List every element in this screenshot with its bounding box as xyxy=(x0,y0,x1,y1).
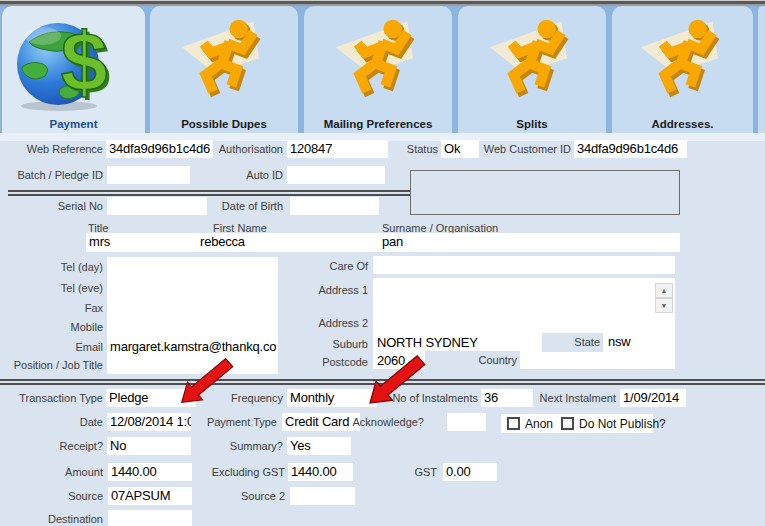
auto-id-field[interactable] xyxy=(287,166,385,184)
amount-field[interactable]: 1440.00 xyxy=(108,463,192,481)
excluding-gst-label: Excluding GST xyxy=(182,463,285,481)
batch-pledge-id-field[interactable] xyxy=(107,166,190,184)
source-field[interactable]: 07APSUM xyxy=(108,487,192,505)
serial-no-label: Serial No xyxy=(0,197,103,215)
section-divider xyxy=(8,190,410,196)
no-of-instalments-field[interactable]: 36 xyxy=(481,389,533,407)
status-label: Status xyxy=(381,140,438,158)
summary-label: Summary? xyxy=(180,437,283,455)
source2-label: Source 2 xyxy=(182,487,285,505)
red-arrow-frequency xyxy=(362,355,428,407)
state-field[interactable]: nsw xyxy=(608,333,668,351)
amount-label: Amount xyxy=(0,463,103,481)
web-reference-label: Web Reference xyxy=(0,140,103,158)
address1-label: Address 1 xyxy=(265,281,368,299)
destination-field[interactable] xyxy=(108,510,192,526)
do-not-publish-label: Do Not Publish? xyxy=(579,417,666,431)
first-name-field[interactable]: rebecca xyxy=(197,233,379,252)
next-instalment-label: Next Instalment xyxy=(538,389,616,407)
runner-icon xyxy=(178,14,270,110)
tab-splits-label: Splits xyxy=(458,118,606,130)
tab-addresses-label: Addresses. xyxy=(612,118,753,130)
destination-label: Destination xyxy=(0,510,103,526)
source-label: Source xyxy=(0,487,103,505)
tab-possible-dupes-label: Possible Dupes xyxy=(150,118,298,130)
tab-payment[interactable]: $ $ Payment xyxy=(2,6,145,133)
globe-dollar-icon: $ $ xyxy=(13,14,135,112)
web-customer-id-field[interactable]: 34dfa9d96b1c4d6 xyxy=(574,140,687,158)
transaction-type-label: Transaction Type xyxy=(0,389,103,407)
date-label: Date xyxy=(0,413,103,431)
acknowledge-label: Acknowledge? xyxy=(330,413,424,431)
publish-options-strip: Anon Do Not Publish? xyxy=(501,414,653,433)
anon-checkbox[interactable] xyxy=(507,417,520,430)
runner-icon xyxy=(332,14,424,110)
state-label: State xyxy=(542,333,603,352)
tel-eve-label: Tel (eve) xyxy=(0,279,103,297)
gst-label: GST xyxy=(380,463,437,481)
date-of-birth-field[interactable] xyxy=(290,197,379,215)
tab-mailing-preferences-label: Mailing Preferences xyxy=(304,118,452,130)
do-not-publish-checkbox[interactable] xyxy=(561,417,574,430)
payment-window: $ $ Payment Possibl xyxy=(0,0,765,526)
runner-icon xyxy=(637,14,729,110)
email-label: Email xyxy=(0,338,103,356)
next-instalment-field[interactable]: 1/09/2014 xyxy=(620,389,686,407)
tab-partial[interactable] xyxy=(758,6,765,133)
acknowledge-field[interactable] xyxy=(447,413,486,431)
runner-icon xyxy=(486,14,578,110)
svg-text:$: $ xyxy=(60,15,107,109)
excluding-gst-field[interactable]: 1440.00 xyxy=(288,463,353,481)
gst-field[interactable]: 0.00 xyxy=(443,463,497,481)
country-label: Country xyxy=(425,351,520,370)
date-of-birth-label: Date of Birth xyxy=(180,197,283,215)
address2-label: Address 2 xyxy=(265,314,368,332)
tab-payment-label: Payment xyxy=(2,118,145,130)
mobile-label: Mobile xyxy=(0,318,103,336)
email-field[interactable]: margaret.kamstra@thankq.co xyxy=(110,338,276,356)
position-job-title-label: Position / Job Title xyxy=(0,356,103,374)
authorisation-label: Authorisation xyxy=(180,140,283,158)
suburb-label: Suburb xyxy=(265,335,368,353)
anon-label: Anon xyxy=(525,417,553,431)
red-arrow-transaction-type xyxy=(176,357,234,407)
country-field[interactable] xyxy=(524,351,624,369)
tab-splits[interactable]: Splits xyxy=(458,6,606,133)
tab-strip: $ $ Payment Possibl xyxy=(0,6,765,133)
summary-field[interactable]: Yes xyxy=(287,437,351,455)
scroll-up-icon[interactable]: ▲ xyxy=(655,283,673,298)
tab-mailing-preferences[interactable]: Mailing Preferences xyxy=(304,6,452,133)
source2-field[interactable] xyxy=(290,487,355,505)
scroll-down-icon[interactable]: ▼ xyxy=(655,298,673,313)
suburb-field[interactable]: NORTH SYDNEY xyxy=(377,334,537,352)
care-of-field[interactable] xyxy=(373,256,675,274)
authorisation-field[interactable]: 120847 xyxy=(287,140,388,158)
surname-field[interactable]: pan xyxy=(379,233,680,252)
tab-addresses[interactable]: Addresses. xyxy=(612,6,753,133)
payment-type-label: Payment Type xyxy=(174,413,277,431)
batch-pledge-id-label: Batch / Pledge ID xyxy=(0,166,103,184)
tab-possible-dupes[interactable]: Possible Dupes xyxy=(150,6,298,133)
care-of-label: Care Of xyxy=(265,257,368,275)
title-field[interactable]: mrs xyxy=(86,233,197,252)
tel-day-label: Tel (day) xyxy=(0,258,103,276)
receipt-label: Receipt? xyxy=(0,437,103,455)
receipt-field[interactable]: No xyxy=(107,437,191,455)
group-box xyxy=(410,170,680,215)
auto-id-label: Auto ID xyxy=(180,166,283,184)
postcode-label: Postcode xyxy=(265,353,368,371)
fax-label: Fax xyxy=(0,299,103,317)
web-customer-id-label: Web Customer ID xyxy=(468,140,571,158)
